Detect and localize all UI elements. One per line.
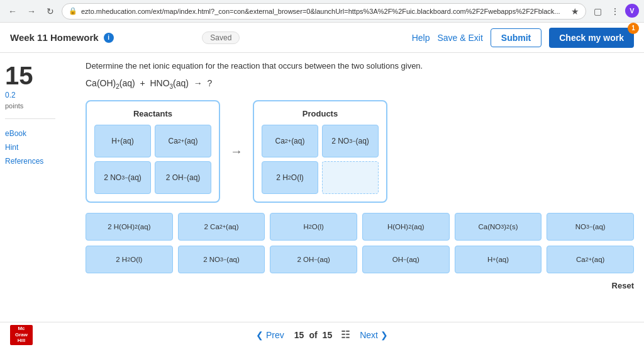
save-exit-link[interactable]: Save & Exit xyxy=(437,33,482,43)
tile-12[interactable]: Ca2+(aq) xyxy=(547,246,634,273)
app-title: Week 11 Homework xyxy=(10,32,99,43)
equation-text: Ca(OH)2(aq) + HNO3(aq) → ? xyxy=(86,78,212,90)
references-link[interactable]: References xyxy=(5,156,43,167)
grid-view-icon[interactable]: ☷ xyxy=(341,329,350,341)
tile-7[interactable]: 2 H2O(l) xyxy=(86,246,173,273)
reset-button[interactable]: Reset xyxy=(612,281,634,290)
saved-badge: Saved xyxy=(202,31,240,44)
refresh-button[interactable]: ↻ xyxy=(43,4,58,19)
products-grid: Ca2+(aq) 2 NO3−(aq) 2 H2O(l) xyxy=(262,125,379,194)
address-bar[interactable]: 🔒 ezto.mheducation.com/ext/map/index.htm… xyxy=(62,3,586,20)
submit-button[interactable]: Submit xyxy=(491,28,541,47)
tiles-section: 2 H(OH)2(aq) 2 Ca2+(aq) H2O(l) H(OH)2(aq… xyxy=(86,213,634,273)
footer: Mc Graw Hill ❮ Prev 15 of 15 ☷ Next ❯ xyxy=(0,322,644,347)
menu-button[interactable]: ⋮ xyxy=(608,4,623,19)
browser-chrome: ← → ↻ 🔒 ezto.mheducation.com/ext/map/ind… xyxy=(0,0,644,23)
question-text: Determine the net ionic equation for the… xyxy=(86,60,634,72)
products-title: Products xyxy=(262,109,379,118)
mcgraw-hill-logo: Mc Graw Hill xyxy=(10,325,33,345)
tile-4[interactable]: H(OH)2(aq) xyxy=(362,213,450,241)
of-label: of xyxy=(309,330,317,340)
content-area: Determine the net ionic equation for the… xyxy=(75,53,644,322)
sidebar-divider xyxy=(5,118,55,119)
lock-icon: 🔒 xyxy=(69,7,77,15)
next-chevron-icon: ❯ xyxy=(380,330,388,340)
sidebar: 15 0.2 points eBook Hint References xyxy=(0,53,75,322)
main-content: 15 0.2 points eBook Hint References Dete… xyxy=(0,53,644,322)
prev-chevron-icon: ❮ xyxy=(256,330,264,340)
tile-8[interactable]: 2 NO3−(aq) xyxy=(178,246,265,273)
product-cell-4[interactable] xyxy=(322,161,379,194)
tile-10[interactable]: OH−(aq) xyxy=(362,246,450,273)
points-display: 0.2 xyxy=(5,91,16,100)
page-current: 15 xyxy=(294,330,304,340)
reactants-grid: H+(aq) Ca2+(aq) 2 NO3−(aq) 2 OH−(aq) xyxy=(94,125,211,194)
tile-5[interactable]: Ca(NO3)2(s) xyxy=(455,213,542,241)
question-number: 15 xyxy=(5,63,33,88)
prev-button[interactable]: ❮ Prev xyxy=(256,330,284,340)
star-icon[interactable]: ★ xyxy=(571,6,579,16)
equation-line: Ca(OH)2(aq) + HNO3(aq) → ? xyxy=(86,78,634,90)
hint-link[interactable]: Hint xyxy=(5,142,18,153)
app-header: Week 11 Homework i Saved Help Save & Exi… xyxy=(0,23,644,53)
tile-6[interactable]: NO3−(aq) xyxy=(547,213,634,241)
reactants-title: Reactants xyxy=(94,109,211,118)
address-text: ezto.mheducation.com/ext/map/index.html?… xyxy=(81,8,567,15)
page-indicator: 15 of 15 ☷ xyxy=(294,329,350,341)
forward-button[interactable]: → xyxy=(24,4,39,19)
reactant-cell-1[interactable]: H+(aq) xyxy=(94,125,151,157)
tile-9[interactable]: 2 OH−(aq) xyxy=(270,246,357,273)
reactant-cell-4[interactable]: 2 OH−(aq) xyxy=(155,161,211,194)
footer-logo: Mc Graw Hill xyxy=(10,325,33,345)
product-cell-3[interactable]: 2 H2O(l) xyxy=(262,161,318,194)
tile-3[interactable]: H2O(l) xyxy=(270,213,357,241)
reactant-cell-3[interactable]: 2 NO3−(aq) xyxy=(94,161,151,194)
tiles-row-1: 2 H(OH)2(aq) 2 Ca2+(aq) H2O(l) H(OH)2(aq… xyxy=(86,213,634,241)
tile-1[interactable]: 2 H(OH)2(aq) xyxy=(86,213,173,241)
back-button[interactable]: ← xyxy=(5,4,20,19)
tile-2[interactable]: 2 Ca2+(aq) xyxy=(178,213,265,241)
page-total: 15 xyxy=(323,330,333,340)
reactant-cell-2[interactable]: Ca2+(aq) xyxy=(155,125,211,157)
info-icon[interactable]: i xyxy=(104,33,114,43)
drag-drop-area: Reactants H+(aq) Ca2+(aq) 2 NO3−(aq) 2 O… xyxy=(86,100,634,203)
header-actions: Help Save & Exit Submit Check my work 1 xyxy=(412,28,634,48)
tile-11[interactable]: H+(aq) xyxy=(455,246,542,273)
product-cell-1[interactable]: Ca2+(aq) xyxy=(262,125,318,157)
check-work-badge: 1 xyxy=(628,23,639,34)
points-label: points xyxy=(5,102,23,110)
reaction-arrow: → xyxy=(230,144,243,159)
product-cell-2[interactable]: 2 NO3−(aq) xyxy=(322,125,379,157)
help-link[interactable]: Help xyxy=(412,33,430,43)
tiles-row-2: 2 H2O(l) 2 NO3−(aq) 2 OH−(aq) OH−(aq) H+… xyxy=(86,246,634,273)
extensions-button[interactable]: ▢ xyxy=(590,4,605,19)
profile-avatar[interactable]: V xyxy=(625,4,639,18)
next-button[interactable]: Next ❯ xyxy=(360,330,388,340)
ebook-link[interactable]: eBook xyxy=(5,128,26,139)
reactants-box: Reactants H+(aq) Ca2+(aq) 2 NO3−(aq) 2 O… xyxy=(86,100,220,203)
check-work-button[interactable]: Check my work 1 xyxy=(549,28,634,48)
products-box: Products Ca2+(aq) 2 NO3−(aq) 2 H2O(l) xyxy=(253,100,387,203)
